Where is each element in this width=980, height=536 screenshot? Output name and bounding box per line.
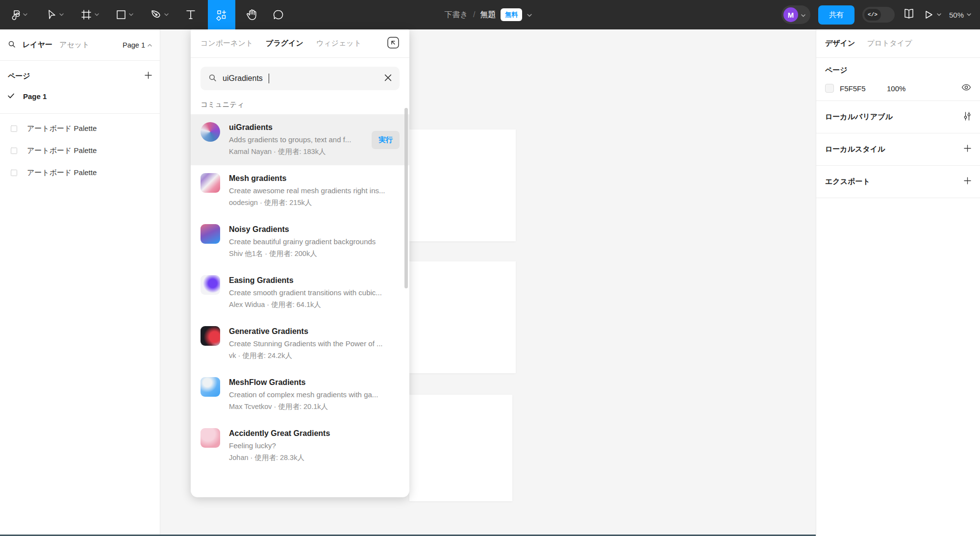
tab-prototype[interactable]: プロトタイプ xyxy=(867,39,912,48)
artboard-frame[interactable] xyxy=(409,395,512,501)
plugin-info: Mesh gradients Create awesome real mesh … xyxy=(229,174,400,207)
check-icon xyxy=(8,92,14,100)
plugin-list-item[interactable]: MeshFlow Gradients Creation of complex m… xyxy=(191,369,409,420)
layer-item[interactable]: アートボード Palette xyxy=(0,140,160,162)
layer-name: アートボード Palette xyxy=(27,146,97,155)
text-icon xyxy=(185,9,196,21)
export-label: エクスポート xyxy=(825,177,870,186)
rectangle-icon xyxy=(116,9,126,20)
dev-mode-toggle[interactable]: </> xyxy=(862,7,895,23)
plugin-search-input[interactable]: uiGradients xyxy=(201,67,400,90)
popout-icon[interactable] xyxy=(387,36,400,51)
page-selector[interactable]: Page 1 xyxy=(123,41,152,49)
plugin-name: Easing Gradients xyxy=(229,276,400,285)
plugin-list-item[interactable]: Accidently Great Gradients Feeling lucky… xyxy=(191,420,409,471)
move-tool[interactable] xyxy=(41,0,69,29)
visibility-eye-icon[interactable] xyxy=(961,84,971,93)
plugin-info: Noisy Gradients Create beautiful grainy … xyxy=(229,225,400,258)
library-button[interactable] xyxy=(903,8,915,22)
resources-tool-active[interactable] xyxy=(208,0,235,29)
comment-tool[interactable] xyxy=(268,0,289,29)
resources-modal-tabs: コンポーネント プラグイン ウィジェット xyxy=(191,29,409,58)
plugin-description: Create Stunning Gradients with the Power… xyxy=(229,339,400,348)
hand-tool[interactable] xyxy=(241,0,263,29)
present-button[interactable] xyxy=(923,9,941,20)
plugin-byline: Shiv 他1名 · 使用者: 200k人 xyxy=(229,249,400,258)
clear-search-icon[interactable] xyxy=(384,74,392,83)
share-button[interactable]: 共有 xyxy=(818,5,854,25)
plugin-name: Noisy Gradients xyxy=(229,225,400,234)
shape-tool[interactable] xyxy=(111,0,138,29)
tab-design[interactable]: デザイン xyxy=(825,39,855,48)
plugin-name: Mesh gradients xyxy=(229,174,400,183)
plugin-list-item[interactable]: uiGradients Adds gradients to groups, te… xyxy=(191,114,409,165)
color-swatch[interactable] xyxy=(825,84,834,93)
plugin-byline: Johan · 使用者: 28.3k人 xyxy=(229,453,400,462)
avatar[interactable]: M xyxy=(783,7,798,22)
plugin-description: Creation of complex mesh gradients with … xyxy=(229,390,400,399)
artboard-frame[interactable] xyxy=(409,261,516,373)
run-plugin-button[interactable]: 実行 xyxy=(372,131,400,149)
export-row[interactable]: エクスポート xyxy=(816,166,980,198)
search-value: uiGradients xyxy=(223,74,263,83)
chevron-down-icon xyxy=(95,13,99,16)
text-tool[interactable] xyxy=(180,0,201,29)
layer-name: アートボード Palette xyxy=(27,124,97,133)
local-variables-label: ローカルバリアブル xyxy=(825,112,893,122)
layer-item[interactable]: アートボード Palette xyxy=(0,162,160,184)
main-menu-button[interactable] xyxy=(7,0,32,29)
chevron-down-icon xyxy=(801,10,805,19)
plugin-list-item[interactable]: Generative Gradients Create Stunning Gra… xyxy=(191,318,409,369)
page-section-title: ページ xyxy=(825,66,971,75)
search-icon[interactable] xyxy=(8,40,16,50)
chevron-down-icon[interactable] xyxy=(527,10,532,19)
tab-assets[interactable]: アセット xyxy=(59,40,89,50)
plugin-byline: Alex Widua · 使用者: 64.1k人 xyxy=(229,300,400,309)
local-variables-row[interactable]: ローカルバリアブル xyxy=(816,101,980,133)
page-list-item[interactable]: Page 1 xyxy=(0,86,160,106)
frame-tool[interactable] xyxy=(75,0,104,29)
pages-section-header: ページ xyxy=(0,61,160,86)
add-style-icon[interactable] xyxy=(964,145,971,154)
account-menu[interactable]: M xyxy=(781,5,810,24)
plugin-list-item[interactable]: Easing Gradients Create smooth gradient … xyxy=(191,267,409,318)
breadcrumb-drafts[interactable]: 下書き xyxy=(445,10,468,20)
frame-icon xyxy=(11,170,17,176)
plugin-byline: Kamal Nayan · 使用者: 183k人 xyxy=(229,147,363,156)
pen-tool[interactable] xyxy=(145,0,174,29)
plugin-info: Easing Gradients Create smooth gradient … xyxy=(229,276,400,309)
tab-widgets[interactable]: ウィジェット xyxy=(316,39,361,48)
toolbar-right: M 共有 </> 50% xyxy=(781,5,980,25)
page-color-row: F5F5F5 100% xyxy=(825,84,971,93)
plugin-description: Create smooth gradient transitions with … xyxy=(229,288,400,297)
file-title[interactable]: 下書き / 無題 無料 xyxy=(445,0,532,29)
code-icon: </> xyxy=(864,9,881,21)
file-name[interactable]: 無題 xyxy=(480,10,496,20)
plugin-list-item[interactable]: Noisy Gradients Create beautiful grainy … xyxy=(191,216,409,267)
plugin-description: Create beautiful grainy gradient backgro… xyxy=(229,237,400,246)
variables-icon[interactable] xyxy=(963,112,971,123)
layer-item[interactable]: アートボード Palette xyxy=(0,118,160,140)
plugin-info: Accidently Great Gradients Feeling lucky… xyxy=(229,429,400,462)
zoom-menu[interactable]: 50% xyxy=(949,11,971,19)
plugin-icon xyxy=(201,173,220,193)
add-page-button[interactable] xyxy=(145,72,152,81)
color-hex-field[interactable]: F5F5F5 xyxy=(840,84,881,93)
plugin-icon xyxy=(201,122,220,142)
plugin-list-item[interactable]: Mesh gradients Create awesome real mesh … xyxy=(191,165,409,216)
page-name: Page 1 xyxy=(23,92,47,101)
opacity-field[interactable]: 100% xyxy=(887,84,905,93)
tab-plugins[interactable]: プラグイン xyxy=(266,39,303,48)
breadcrumb-separator: / xyxy=(473,10,475,19)
text-caret xyxy=(269,74,270,83)
plugin-byline: oodesign · 使用者: 215k人 xyxy=(229,198,400,207)
community-section-label: コミュニティ xyxy=(191,93,409,114)
tab-components[interactable]: コンポーネント xyxy=(201,39,253,48)
tab-layers[interactable]: レイヤー xyxy=(23,40,52,50)
scrollbar-thumb[interactable] xyxy=(404,108,408,288)
layers-panel-header: レイヤー アセット Page 1 xyxy=(0,29,160,61)
artboard-frame[interactable] xyxy=(409,129,516,241)
design-panel-tabs: デザイン プロトタイプ xyxy=(816,29,980,58)
local-styles-row[interactable]: ローカルスタイル xyxy=(816,133,980,166)
add-export-icon[interactable] xyxy=(964,177,971,186)
